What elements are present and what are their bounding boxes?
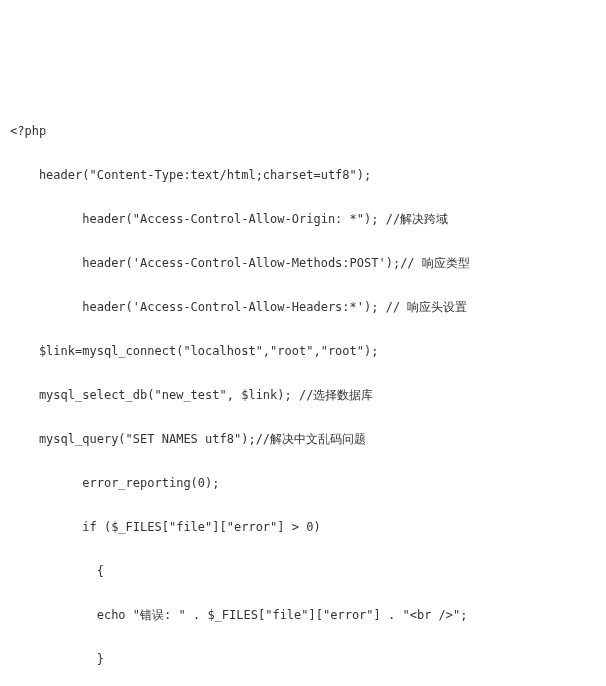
code-line: }	[10, 648, 606, 670]
code-line: mysql_select_db("new_test", $link); //选择…	[10, 384, 606, 406]
code-line: mysql_query("SET NAMES utf8");//解决中文乱码问题	[10, 428, 606, 450]
code-line: error_reporting(0);	[10, 472, 606, 494]
code-line: header("Content-Type:text/html;charset=u…	[10, 164, 606, 186]
code-line: {	[10, 560, 606, 582]
code-line: if ($_FILES["file"]["error"] > 0)	[10, 516, 606, 538]
code-line: <?php	[10, 120, 606, 142]
code-line: echo "错误: " . $_FILES["file"]["error"] .…	[10, 604, 606, 626]
code-block: <?php header("Content-Type:text/html;cha…	[10, 98, 606, 686]
code-line: $link=mysql_connect("localhost","root","…	[10, 340, 606, 362]
code-line: header("Access-Control-Allow-Origin: *")…	[10, 208, 606, 230]
code-line: header('Access-Control-Allow-Headers:*')…	[10, 296, 606, 318]
code-line: header('Access-Control-Allow-Methods:POS…	[10, 252, 606, 274]
